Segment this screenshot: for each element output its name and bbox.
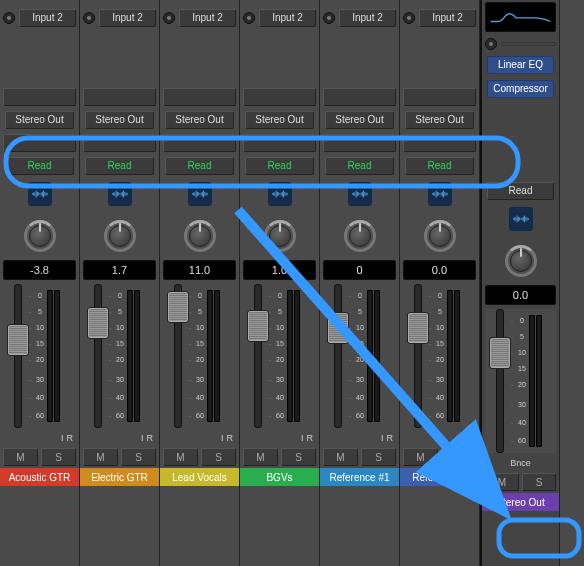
output-selector[interactable]: Stereo Out [85, 111, 154, 129]
record-arm-indicator[interactable]: R [67, 433, 74, 443]
mute-button[interactable]: M [403, 448, 438, 466]
input-monitor-indicator[interactable]: I [381, 433, 384, 443]
record-arm-indicator[interactable]: R [227, 433, 234, 443]
pan-knob[interactable] [400, 210, 479, 258]
waveform-icon[interactable] [268, 182, 292, 206]
input-dot-icon[interactable] [3, 12, 15, 24]
fader-value[interactable]: 11.0 [163, 260, 236, 280]
output-selector[interactable]: Stereo Out [165, 111, 234, 129]
channel-name[interactable]: Lead Vocals [160, 468, 239, 486]
input-monitor-indicator[interactable]: I [221, 433, 224, 443]
pan-knob[interactable] [0, 210, 79, 258]
fader-cap[interactable] [167, 291, 189, 323]
send-slot[interactable] [83, 88, 156, 106]
record-arm-indicator[interactable]: R [307, 433, 314, 443]
channel-name[interactable]: Reference # [400, 468, 479, 486]
waveform-icon[interactable] [108, 182, 132, 206]
input-dot-icon[interactable] [163, 12, 175, 24]
channel-name[interactable]: Reference #1 [320, 468, 399, 486]
record-arm-indicator[interactable]: R [387, 433, 394, 443]
fader-value[interactable]: 1.7 [83, 260, 156, 280]
plugin-slot[interactable]: Linear EQ [482, 53, 559, 77]
bounce-label[interactable]: Bnce [510, 458, 531, 468]
send-slot[interactable] [403, 88, 476, 106]
fader-track[interactable] [14, 284, 22, 428]
send-slot[interactable] [83, 134, 156, 152]
fader-cap[interactable] [87, 307, 109, 339]
input-selector[interactable]: Input 2 [179, 9, 236, 27]
channel-name[interactable]: Acoustic GTR [0, 468, 79, 486]
record-arm-indicator[interactable]: R [467, 433, 474, 443]
input-dot-icon[interactable] [403, 12, 415, 24]
input-selector[interactable]: Input 2 [339, 9, 396, 27]
analyzer-thumbnail[interactable] [485, 2, 556, 32]
mute-button[interactable]: M [323, 448, 358, 466]
mute-button[interactable]: M [3, 448, 38, 466]
waveform-icon[interactable] [188, 182, 212, 206]
automation-mode[interactable]: Read [160, 154, 239, 178]
fader-cap[interactable] [327, 312, 349, 344]
mute-button[interactable]: M [485, 473, 519, 491]
fader-value[interactable]: -3.8 [3, 260, 76, 280]
fader-track[interactable] [254, 284, 262, 428]
input-monitor-indicator[interactable]: I [61, 433, 64, 443]
solo-button[interactable]: S [522, 473, 556, 491]
waveform-icon[interactable] [348, 182, 372, 206]
fader-track[interactable] [496, 309, 504, 453]
input-selector[interactable]: Input 2 [259, 9, 316, 27]
solo-button[interactable]: S [281, 448, 316, 466]
fader-cap[interactable] [247, 310, 269, 342]
automation-mode[interactable]: Read [400, 154, 479, 178]
send-slot[interactable] [163, 134, 236, 152]
pan-knob[interactable] [80, 210, 159, 258]
input-dot-icon[interactable] [83, 12, 95, 24]
automation-mode[interactable]: Read [482, 179, 559, 203]
balance-knob[interactable] [482, 235, 559, 283]
solo-button[interactable]: S [201, 448, 236, 466]
input-selector[interactable]: Input 2 [19, 9, 76, 27]
fader-track[interactable] [334, 284, 342, 428]
mute-button[interactable]: M [163, 448, 198, 466]
send-slot[interactable] [3, 134, 76, 152]
waveform-icon[interactable] [428, 182, 452, 206]
input-monitor-indicator[interactable]: I [301, 433, 304, 443]
input-dot-icon[interactable] [485, 38, 497, 50]
output-selector[interactable]: Stereo Out [405, 111, 474, 129]
fader-value[interactable]: 0.0 [403, 260, 476, 280]
input-monitor-indicator[interactable]: I [461, 433, 464, 443]
fader-track[interactable] [414, 284, 422, 428]
send-slot[interactable] [243, 134, 316, 152]
fader-cap[interactable] [489, 337, 511, 369]
output-selector[interactable]: Stereo Out [325, 111, 394, 129]
input-dot-icon[interactable] [323, 12, 335, 24]
fader-cap[interactable] [407, 312, 429, 344]
waveform-icon[interactable] [28, 182, 52, 206]
solo-button[interactable]: S [121, 448, 156, 466]
pan-knob[interactable] [320, 210, 399, 258]
fader-value[interactable]: 0.0 [485, 285, 556, 305]
automation-mode[interactable]: Read [320, 154, 399, 178]
automation-mode[interactable]: Read [0, 154, 79, 178]
input-dot-icon[interactable] [243, 12, 255, 24]
mute-button[interactable]: M [243, 448, 278, 466]
pan-knob[interactable] [240, 210, 319, 258]
send-slot[interactable] [163, 88, 236, 106]
send-slot[interactable] [403, 134, 476, 152]
record-arm-indicator[interactable]: R [147, 433, 154, 443]
automation-mode[interactable]: Read [240, 154, 319, 178]
solo-button[interactable]: S [41, 448, 76, 466]
send-slot[interactable] [323, 88, 396, 106]
automation-mode[interactable]: Read [80, 154, 159, 178]
output-selector[interactable]: Stereo Out [245, 111, 314, 129]
waveform-icon[interactable] [509, 207, 533, 231]
pan-knob[interactable] [160, 210, 239, 258]
fader-cap[interactable] [7, 324, 29, 356]
fader-track[interactable] [94, 284, 102, 428]
fader-value[interactable]: 0 [323, 260, 396, 280]
fader-value[interactable]: 1.0 [243, 260, 316, 280]
plugin-slot[interactable]: Compressor [482, 77, 559, 101]
send-slot[interactable] [323, 134, 396, 152]
fader-track[interactable] [174, 284, 182, 428]
input-selector[interactable]: Input 2 [419, 9, 476, 27]
send-slot[interactable] [243, 88, 316, 106]
